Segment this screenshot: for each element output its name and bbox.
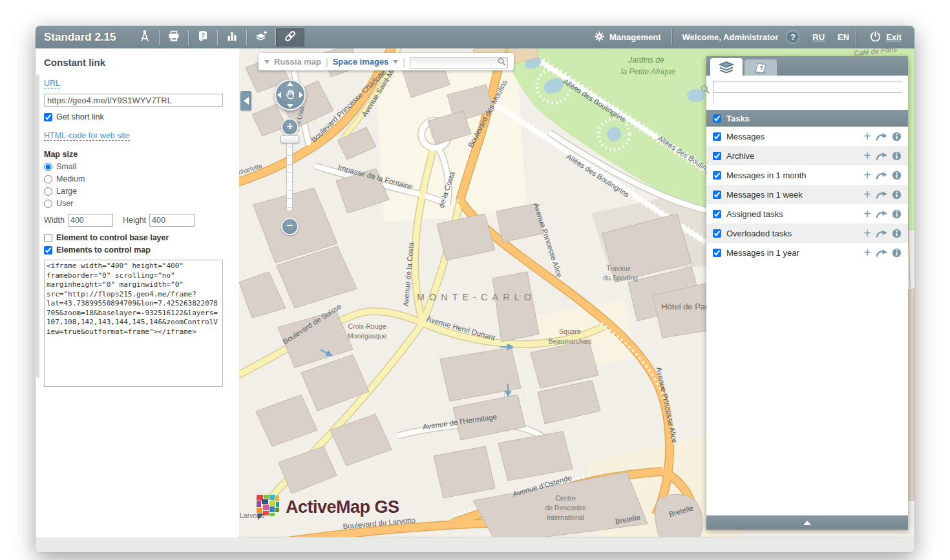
tab-map-help[interactable]: ?	[744, 59, 777, 76]
add-task-icon[interactable]: +	[863, 208, 871, 220]
zoom-in-button[interactable]: +	[281, 118, 299, 136]
navigate-arrow-icon[interactable]	[876, 191, 887, 199]
control-map-row[interactable]: Elements to control map	[44, 245, 227, 254]
info-icon[interactable]	[892, 248, 902, 258]
url-input[interactable]	[44, 94, 223, 107]
stats-icon	[226, 30, 238, 45]
stats-tool-button[interactable]	[218, 28, 246, 47]
basemap-dropdown-caret[interactable]	[264, 60, 269, 64]
help-question-badge[interactable]: ?	[786, 30, 799, 44]
add-task-icon[interactable]: +	[863, 130, 871, 142]
map-size-radio[interactable]	[44, 200, 52, 208]
map-size-option-large[interactable]: Large	[44, 187, 227, 196]
map-viewport[interactable]: Café de ParisJardins dela Petite Afrique…	[239, 48, 914, 537]
task-visibility-checkbox[interactable]	[713, 132, 721, 141]
width-input[interactable]	[68, 214, 113, 227]
help-book-tool-button[interactable]: ?	[189, 28, 217, 47]
overlay-label[interactable]: Space images	[333, 57, 389, 67]
map-size-radio[interactable]	[44, 175, 52, 183]
overlay-dropdown-caret[interactable]	[393, 60, 398, 64]
height-input[interactable]	[149, 214, 195, 227]
map-label: Monégasque	[348, 332, 387, 340]
map-size-radio[interactable]	[44, 187, 52, 196]
navigate-arrow-icon[interactable]	[876, 132, 887, 141]
base-layer-row[interactable]: Element to control base layer	[44, 233, 227, 242]
task-row[interactable]: Overloaded tasks +	[706, 223, 908, 243]
task-label: Overloaded tasks	[726, 229, 858, 238]
add-layers-tool-button[interactable]	[247, 28, 275, 47]
info-icon[interactable]	[892, 190, 902, 200]
width-label: Width	[44, 216, 65, 225]
map-size-label: Map size	[44, 150, 227, 159]
short-link-row[interactable]: Get short link	[44, 112, 227, 121]
task-row[interactable]: Messages in 1 week +	[706, 185, 908, 204]
pan-left-icon[interactable]	[277, 92, 281, 98]
constant-link-tool-button[interactable]	[276, 28, 304, 47]
info-icon[interactable]	[892, 151, 902, 161]
task-visibility-checkbox[interactable]	[713, 152, 721, 160]
pan-control[interactable]	[275, 79, 306, 110]
task-visibility-checkbox[interactable]	[713, 249, 721, 257]
short-link-checkbox[interactable]	[44, 113, 52, 121]
map-size-option-medium[interactable]: Medium	[44, 174, 227, 183]
map-label: la Petite Afrique	[621, 67, 676, 76]
info-icon[interactable]	[892, 229, 902, 238]
basemap-label[interactable]: Russia map	[274, 57, 321, 67]
iframe-code-textarea[interactable]: <iframe width="400" height="400" framebo…	[44, 260, 223, 387]
url-link[interactable]: URL	[44, 79, 60, 88]
task-visibility-checkbox[interactable]	[713, 210, 721, 218]
navigate-arrow-icon[interactable]	[876, 171, 887, 180]
add-task-icon[interactable]: +	[863, 227, 871, 239]
print-tool-button[interactable]	[160, 28, 188, 47]
map-size-option-small[interactable]: Small	[44, 162, 227, 171]
tasks-group-checkbox[interactable]	[713, 114, 721, 123]
tasks-panel-collapse-bar[interactable]	[706, 515, 908, 530]
task-row[interactable]: Messages +	[706, 127, 908, 146]
task-visibility-checkbox[interactable]	[713, 171, 721, 180]
control-map-checkbox[interactable]	[44, 246, 52, 254]
zoom-slider-track[interactable]	[286, 138, 293, 211]
lang-ru-button[interactable]: RU	[806, 32, 831, 42]
add-task-icon[interactable]: +	[863, 247, 871, 258]
collapse-left-panel-button[interactable]	[240, 91, 251, 110]
map-search-input[interactable]	[410, 57, 508, 68]
zoom-out-button[interactable]: −	[281, 218, 299, 235]
map-label: Beaumarchais	[548, 337, 591, 345]
navigate-arrow-icon[interactable]	[876, 210, 887, 218]
panel-scrollbar[interactable]	[36, 74, 39, 378]
html-code-link[interactable]: HTML-code for web site	[44, 131, 130, 141]
pan-down-icon[interactable]	[287, 104, 293, 108]
add-task-icon[interactable]: +	[863, 150, 871, 161]
info-icon[interactable]	[892, 171, 902, 180]
search-icon[interactable]	[701, 85, 710, 94]
tasks-panel: ? Tasks Messages +	[706, 56, 908, 530]
app-window: Standard 2.15 ?	[36, 26, 914, 552]
navigate-arrow-icon[interactable]	[876, 152, 887, 160]
zoom-slider-handle[interactable]	[280, 135, 299, 143]
info-icon[interactable]	[892, 132, 902, 141]
exit-button[interactable]: Exit	[856, 30, 914, 45]
task-row[interactable]: Messages in 1 month +	[706, 165, 908, 185]
info-icon[interactable]	[892, 209, 902, 219]
pan-right-icon[interactable]	[299, 92, 303, 98]
measure-tool-button[interactable]	[131, 28, 159, 47]
task-row[interactable]: Archive +	[706, 146, 908, 165]
task-row[interactable]: Messages in 1 year +	[706, 243, 908, 262]
lang-en-button[interactable]: EN	[831, 32, 856, 42]
navigate-arrow-icon[interactable]	[876, 249, 887, 257]
map-size-radio[interactable]	[44, 163, 52, 171]
task-visibility-checkbox[interactable]	[713, 229, 721, 238]
tab-layers[interactable]	[710, 58, 743, 76]
add-task-icon[interactable]: +	[863, 169, 871, 181]
base-layer-checkbox[interactable]	[44, 234, 52, 242]
task-row[interactable]: Assigned tasks +	[706, 204, 908, 223]
map-size-option-label: User	[56, 199, 73, 208]
add-task-icon[interactable]: +	[863, 189, 871, 200]
navigate-arrow-icon[interactable]	[876, 229, 887, 238]
map-size-option-user[interactable]: User	[44, 199, 227, 208]
pan-up-icon[interactable]	[287, 82, 293, 86]
tasks-search-input[interactable]	[713, 83, 902, 92]
search-icon[interactable]	[498, 57, 506, 66]
management-button[interactable]: Management	[584, 31, 671, 44]
task-visibility-checkbox[interactable]	[713, 191, 721, 199]
